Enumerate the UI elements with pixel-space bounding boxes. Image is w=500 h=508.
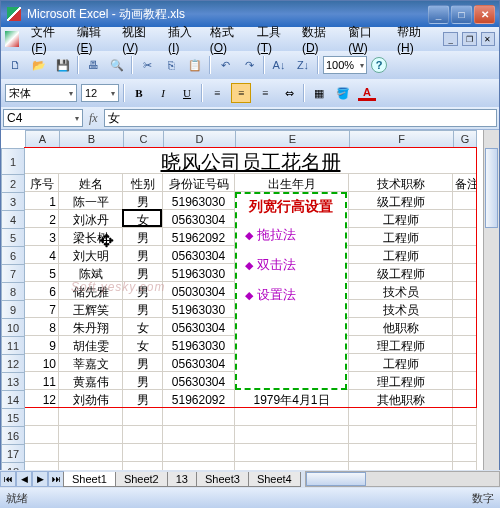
tab-nav-prev[interactable]: ◀: [16, 471, 32, 487]
col-header-D[interactable]: D: [163, 130, 235, 148]
horizontal-scrollbar[interactable]: [305, 471, 500, 487]
data-cell[interactable]: 8: [25, 318, 59, 336]
cell[interactable]: [453, 264, 477, 282]
row-header-6[interactable]: 6: [1, 246, 25, 264]
print-preview-icon[interactable]: 🔍: [107, 55, 127, 75]
row-header-10[interactable]: 10: [1, 318, 25, 336]
row-header-13[interactable]: 13: [1, 372, 25, 390]
align-center-icon[interactable]: ≡: [231, 83, 251, 103]
copy-icon[interactable]: ⎘: [161, 55, 181, 75]
header-cell[interactable]: 序号: [25, 174, 59, 192]
data-cell[interactable]: 胡佳雯: [59, 336, 123, 354]
row-header-3[interactable]: 3: [1, 192, 25, 210]
row-header-17[interactable]: 17: [1, 444, 25, 462]
cell[interactable]: [25, 444, 59, 462]
data-cell[interactable]: 9: [25, 336, 59, 354]
cell[interactable]: [235, 408, 349, 426]
menu-tools[interactable]: 工具(T): [253, 22, 296, 57]
cell[interactable]: [59, 444, 123, 462]
data-cell[interactable]: 11: [25, 372, 59, 390]
doc-close-button[interactable]: ✕: [481, 32, 496, 46]
cell[interactable]: [25, 408, 59, 426]
data-cell[interactable]: 朱丹翔: [59, 318, 123, 336]
data-cell[interactable]: 51962092: [163, 228, 235, 246]
data-cell[interactable]: 2: [25, 210, 59, 228]
cell[interactable]: [453, 192, 477, 210]
row-header-14[interactable]: 14: [1, 390, 25, 408]
cell[interactable]: [453, 282, 477, 300]
data-cell[interactable]: 工程师: [349, 246, 453, 264]
col-header-A[interactable]: A: [25, 130, 59, 148]
data-cell[interactable]: 05630304: [163, 372, 235, 390]
help-icon[interactable]: ?: [371, 57, 387, 73]
data-cell[interactable]: 刘大明: [59, 246, 123, 264]
row-header-15[interactable]: 15: [1, 408, 25, 426]
open-icon[interactable]: 📂: [29, 55, 49, 75]
data-cell[interactable]: 05630304: [163, 246, 235, 264]
close-button[interactable]: ✕: [474, 5, 495, 24]
data-cell[interactable]: 男: [123, 192, 163, 210]
header-cell[interactable]: 技术职称: [349, 174, 453, 192]
sort-asc-icon[interactable]: A↓: [269, 55, 289, 75]
data-cell[interactable]: 6: [25, 282, 59, 300]
data-cell[interactable]: 陈一平: [59, 192, 123, 210]
menu-help[interactable]: 帮助(H): [393, 22, 437, 57]
sheet-tab[interactable]: Sheet4: [248, 472, 301, 487]
sheet-tab[interactable]: 13: [167, 472, 197, 487]
col-header-F[interactable]: F: [349, 130, 453, 148]
data-cell[interactable]: 51963030: [163, 300, 235, 318]
cell[interactable]: [59, 426, 123, 444]
font-color-icon[interactable]: A: [357, 83, 377, 103]
cell[interactable]: [123, 426, 163, 444]
data-cell[interactable]: 女: [123, 210, 163, 228]
row-header-9[interactable]: 9: [1, 300, 25, 318]
cell[interactable]: [349, 408, 453, 426]
cell[interactable]: [453, 246, 477, 264]
cell[interactable]: [453, 372, 477, 390]
menu-window[interactable]: 窗口(W): [344, 22, 391, 57]
data-cell[interactable]: 理工程师: [349, 372, 453, 390]
cell[interactable]: [453, 336, 477, 354]
row-header-7[interactable]: 7: [1, 264, 25, 282]
header-cell[interactable]: 身份证号码: [163, 174, 235, 192]
name-box[interactable]: C4▾: [3, 109, 83, 127]
sheet-tab[interactable]: Sheet2: [115, 472, 168, 487]
row-header-12[interactable]: 12: [1, 354, 25, 372]
data-cell[interactable]: 刘劲伟: [59, 390, 123, 408]
paste-icon[interactable]: 📋: [185, 55, 205, 75]
cell[interactable]: [163, 426, 235, 444]
sheet-tab[interactable]: Sheet3: [196, 472, 249, 487]
data-cell[interactable]: 黄嘉伟: [59, 372, 123, 390]
data-cell[interactable]: 05630304: [163, 210, 235, 228]
row-header-8[interactable]: 8: [1, 282, 25, 300]
data-cell[interactable]: 51963030: [163, 192, 235, 210]
data-cell[interactable]: 王辉笑: [59, 300, 123, 318]
data-cell[interactable]: 4: [25, 246, 59, 264]
row-header-1[interactable]: 1: [1, 148, 25, 174]
data-cell[interactable]: 工程师: [349, 210, 453, 228]
cell[interactable]: [123, 444, 163, 462]
tab-nav-first[interactable]: ⏮: [0, 471, 16, 487]
data-cell[interactable]: 技术员: [349, 282, 453, 300]
formula-input[interactable]: 女: [104, 109, 497, 127]
data-cell[interactable]: 技术员: [349, 300, 453, 318]
col-header-E[interactable]: E: [235, 130, 349, 148]
data-cell[interactable]: 理工程师: [349, 336, 453, 354]
data-cell[interactable]: 51962092: [163, 390, 235, 408]
col-header-B[interactable]: B: [59, 130, 123, 148]
data-cell[interactable]: 级工程师: [349, 192, 453, 210]
data-cell[interactable]: 工程师: [349, 354, 453, 372]
merge-center-icon[interactable]: ⇔: [279, 83, 299, 103]
data-cell[interactable]: 刘冰丹: [59, 210, 123, 228]
redo-icon[interactable]: ↷: [239, 55, 259, 75]
cell[interactable]: [453, 408, 477, 426]
doc-restore-button[interactable]: ❐: [462, 32, 477, 46]
new-icon[interactable]: 🗋: [5, 55, 25, 75]
font-name-combo[interactable]: 宋体▾: [5, 84, 77, 102]
zoom-combo[interactable]: 100%▾: [323, 56, 367, 74]
align-right-icon[interactable]: ≡: [255, 83, 275, 103]
save-icon[interactable]: 💾: [53, 55, 73, 75]
cell[interactable]: [349, 426, 453, 444]
data-cell[interactable]: 1979年4月1日: [235, 390, 349, 408]
data-cell[interactable]: 莘嘉文: [59, 354, 123, 372]
